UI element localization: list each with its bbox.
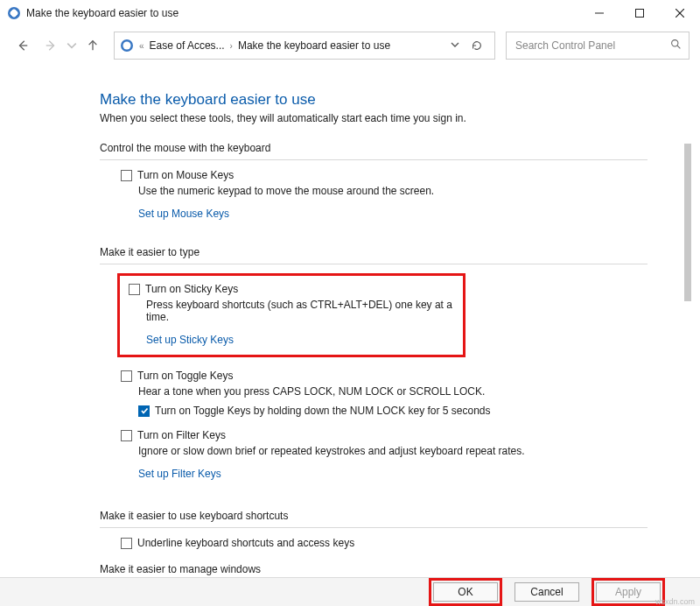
- divider: [100, 264, 648, 264]
- svg-line-12: [677, 46, 680, 48]
- titlebar: Make the keyboard easier to use: [0, 0, 700, 26]
- checkbox-underline-shortcuts-label: Underline keyboard shortcuts and access …: [137, 537, 354, 549]
- search-input[interactable]: [514, 39, 670, 53]
- close-button[interactable]: [660, 0, 700, 26]
- apply-highlight: Apply: [592, 578, 665, 606]
- filter-keys-desc: Ignore or slow down brief or repeated ke…: [138, 445, 648, 457]
- search-box[interactable]: [506, 32, 690, 60]
- window-title: Make the keyboard easier to use: [26, 7, 579, 19]
- breadcrumb-chevron-icon: ›: [230, 41, 233, 51]
- svg-point-11: [672, 40, 678, 46]
- maximize-button[interactable]: [620, 0, 660, 26]
- button-bar: OK Cancel Apply: [0, 577, 700, 606]
- section-shortcuts-label: Make it easier to use keyboard shortcuts: [100, 510, 648, 522]
- refresh-button[interactable]: [465, 39, 489, 52]
- checkbox-mouse-keys-label: Turn on Mouse Keys: [137, 169, 234, 181]
- checkbox-numlock-hold-label: Turn on Toggle Keys by holding down the …: [155, 405, 491, 417]
- search-icon[interactable]: [670, 39, 682, 53]
- page-title: Make the keyboard easier to use: [100, 91, 648, 109]
- toggle-keys-desc: Hear a tone when you press CAPS LOCK, NU…: [138, 385, 648, 398]
- checkbox-filter-keys-label: Turn on Filter Keys: [137, 429, 226, 441]
- link-setup-sticky-keys[interactable]: Set up Sticky Keys: [146, 334, 234, 346]
- sticky-keys-desc: Press keyboard shortcuts (such as CTRL+A…: [146, 299, 454, 323]
- address-dropdown-icon[interactable]: [451, 39, 459, 52]
- breadcrumb-chevron-icon: «: [139, 41, 144, 51]
- cancel-button[interactable]: Cancel: [514, 582, 579, 602]
- address-bar[interactable]: « Ease of Acces... › Make the keyboard e…: [114, 32, 495, 60]
- content-area: Make the keyboard easier to use When you…: [0, 65, 700, 577]
- checkbox-underline-shortcuts[interactable]: [121, 538, 132, 549]
- page-subtitle: When you select these tools, they will a…: [100, 112, 648, 124]
- ok-button[interactable]: OK: [433, 582, 498, 602]
- divider: [100, 159, 648, 160]
- checkbox-numlock-hold[interactable]: [138, 405, 150, 417]
- link-setup-mouse-keys[interactable]: Set up Mouse Keys: [138, 208, 229, 220]
- checkbox-sticky-keys[interactable]: [129, 284, 140, 295]
- back-button[interactable]: [10, 33, 35, 58]
- breadcrumb-part2[interactable]: Make the keyboard easier to use: [238, 39, 390, 52]
- breadcrumb-part1[interactable]: Ease of Acces...: [150, 39, 225, 52]
- minimize-button[interactable]: [579, 0, 620, 26]
- sticky-keys-highlight: Turn on Sticky Keys Press keyboard short…: [117, 273, 466, 357]
- nav-toolbar: « Ease of Acces... › Make the keyboard e…: [0, 26, 700, 65]
- divider: [100, 527, 648, 528]
- recent-dropdown[interactable]: [66, 33, 77, 58]
- section-windows-label: Make it easier to manage windows: [100, 563, 648, 575]
- checkbox-filter-keys[interactable]: [121, 430, 132, 441]
- scrollbar-thumb[interactable]: [684, 144, 691, 301]
- checkbox-toggle-keys-label: Turn on Toggle Keys: [137, 370, 233, 382]
- forward-button[interactable]: [38, 33, 63, 58]
- app-icon: [7, 6, 21, 20]
- mouse-keys-desc: Use the numeric keypad to move the mouse…: [138, 185, 648, 197]
- apply-button[interactable]: Apply: [596, 582, 661, 602]
- svg-rect-3: [636, 9, 644, 17]
- checkbox-toggle-keys[interactable]: [121, 370, 132, 382]
- svg-point-10: [123, 42, 131, 50]
- control-panel-icon: [120, 39, 134, 53]
- checkbox-mouse-keys[interactable]: [121, 170, 132, 181]
- window-controls: [579, 0, 700, 26]
- up-button[interactable]: [80, 33, 105, 58]
- watermark: wsxdn.com: [655, 597, 695, 606]
- link-setup-filter-keys[interactable]: Set up Filter Keys: [138, 468, 221, 480]
- section-type-label: Make it easier to type: [100, 246, 648, 258]
- section-mouse-label: Control the mouse with the keyboard: [100, 142, 648, 154]
- ok-highlight: OK: [429, 578, 502, 606]
- checkbox-sticky-keys-label: Turn on Sticky Keys: [145, 283, 238, 295]
